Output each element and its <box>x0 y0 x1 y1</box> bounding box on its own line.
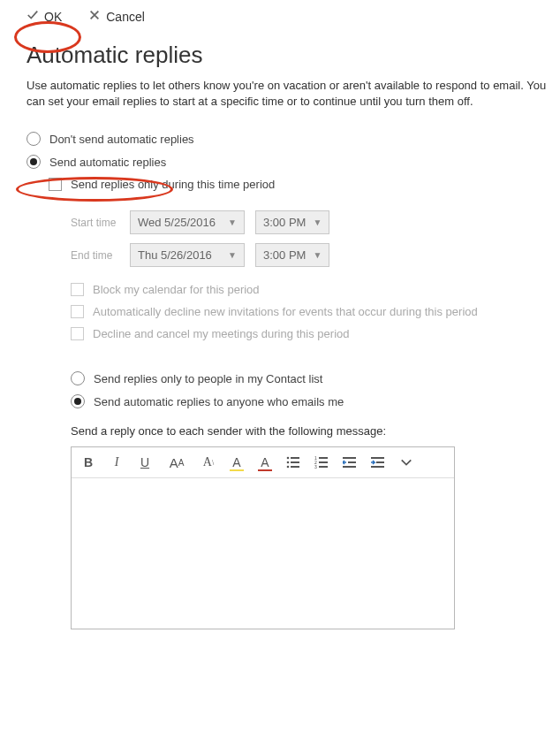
start-date-value: Wed 5/25/2016 <box>138 216 216 229</box>
start-time-label: Start time <box>71 217 119 229</box>
start-time-dropdown[interactable]: 3:00 PM ▼ <box>255 210 329 234</box>
message-label: Send a reply once to each sender with th… <box>71 424 560 438</box>
page-description: Use automatic replies to let others know… <box>26 78 560 110</box>
radio-dont-send-label: Don't send automatic replies <box>49 133 194 146</box>
ok-label: OK <box>44 10 62 24</box>
start-time-value: 3:00 PM <box>263 216 306 229</box>
checkbox-icon <box>49 178 62 191</box>
svg-point-2 <box>287 461 290 464</box>
svg-rect-9 <box>319 461 328 463</box>
radio-contacts-only[interactable]: Send replies only to people in my Contac… <box>71 371 560 385</box>
radio-icon <box>71 371 85 385</box>
font-color-icon[interactable]: A <box>257 454 273 470</box>
italic-icon[interactable]: I <box>109 454 125 470</box>
color-swatch <box>230 469 244 471</box>
outdent-icon[interactable] <box>342 454 358 470</box>
end-time-value: 3:00 PM <box>263 248 306 262</box>
checkbox-block-calendar-label: Block my calendar for this period <box>93 283 260 296</box>
close-icon <box>88 9 101 24</box>
font-size-icon[interactable]: AA <box>165 454 188 470</box>
svg-point-4 <box>287 466 290 469</box>
checkbox-decline-cancel-label: Decline and cancel my meetings during th… <box>93 327 350 340</box>
radio-send[interactable]: Send automatic replies <box>26 155 560 169</box>
end-time-label: End time <box>71 249 119 262</box>
radio-icon <box>71 394 85 408</box>
end-date-value: Thu 5/26/2016 <box>138 248 212 262</box>
svg-rect-3 <box>291 461 299 463</box>
checkbox-icon <box>71 327 84 340</box>
ok-button[interactable]: OK <box>26 9 62 24</box>
svg-rect-14 <box>343 466 356 468</box>
end-date-dropdown[interactable]: Thu 5/26/2016 ▼ <box>130 243 245 267</box>
radio-icon <box>26 155 41 169</box>
highlight-color-icon[interactable]: A <box>229 454 245 470</box>
svg-point-0 <box>287 457 290 460</box>
radio-anyone-label: Send automatic replies to anyone who ema… <box>94 395 344 408</box>
underline-icon[interactable]: U <box>137 454 153 470</box>
cancel-label: Cancel <box>106 10 145 24</box>
svg-rect-13 <box>348 461 356 463</box>
bold-icon[interactable]: B <box>80 454 96 470</box>
page-title: Automatic replies <box>26 42 560 69</box>
svg-rect-16 <box>376 461 384 463</box>
chevron-down-icon: ▼ <box>228 217 237 227</box>
svg-rect-12 <box>343 457 356 459</box>
checkbox-block-calendar[interactable]: Block my calendar for this period <box>71 283 560 296</box>
color-swatch <box>258 469 272 471</box>
cancel-button[interactable]: Cancel <box>88 9 145 24</box>
checkbox-time-period-label: Send replies only during this time perio… <box>71 178 275 191</box>
svg-rect-11 <box>319 466 328 468</box>
radio-dont-send[interactable]: Don't send automatic replies <box>26 132 560 146</box>
svg-rect-17 <box>371 466 384 468</box>
checkbox-decline-new-label: Automatically decline new invitations fo… <box>93 305 478 318</box>
svg-rect-15 <box>371 457 384 459</box>
editor-toolbar: B I U AA A\ A A 123 <box>72 447 454 478</box>
radio-icon <box>26 132 41 146</box>
checkbox-icon <box>71 305 84 318</box>
checkbox-time-period[interactable]: Send replies only during this time perio… <box>49 178 560 191</box>
message-editor: B I U AA A\ A A 123 <box>71 446 455 629</box>
checkbox-decline-new[interactable]: Automatically decline new invitations fo… <box>71 305 560 318</box>
chevron-down-icon: ▼ <box>313 250 322 260</box>
font-style-icon[interactable]: A\ <box>201 454 216 470</box>
bullet-list-icon[interactable] <box>285 454 301 470</box>
check-icon <box>26 9 39 24</box>
svg-rect-5 <box>291 466 299 468</box>
end-time-dropdown[interactable]: 3:00 PM ▼ <box>255 243 329 267</box>
chevron-down-icon: ▼ <box>228 250 237 260</box>
svg-text:3: 3 <box>314 464 317 469</box>
radio-contacts-only-label: Send replies only to people in my Contac… <box>94 372 322 385</box>
chevron-down-icon: ▼ <box>313 217 322 227</box>
radio-anyone[interactable]: Send automatic replies to anyone who ema… <box>71 394 560 408</box>
svg-rect-1 <box>291 457 299 459</box>
start-date-dropdown[interactable]: Wed 5/25/2016 ▼ <box>130 210 245 234</box>
message-textarea[interactable] <box>72 478 454 629</box>
indent-icon[interactable] <box>370 454 386 470</box>
more-options-icon[interactable] <box>398 454 414 470</box>
svg-rect-7 <box>319 457 328 459</box>
radio-send-label: Send automatic replies <box>49 156 166 169</box>
checkbox-decline-cancel[interactable]: Decline and cancel my meetings during th… <box>71 327 560 340</box>
number-list-icon[interactable]: 123 <box>314 454 329 470</box>
checkbox-icon <box>71 283 84 296</box>
